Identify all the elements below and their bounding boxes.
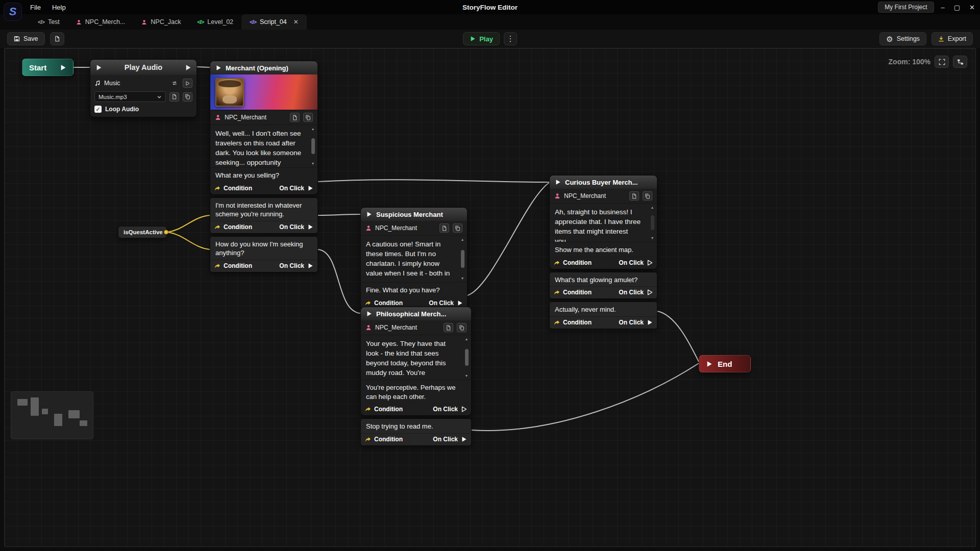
- duplicate-button[interactable]: [453, 223, 462, 233]
- scroll-down-icon[interactable]: ▼: [461, 277, 464, 280]
- tab-test[interactable]: </> Test: [30, 14, 68, 30]
- choice-block[interactable]: How do you know I'm seeking anything? Co…: [210, 236, 318, 272]
- scrollbar[interactable]: ▲ ▼: [310, 127, 316, 165]
- node-start[interactable]: Start: [22, 59, 74, 76]
- output-play-icon[interactable]: [647, 319, 653, 325]
- tab-close-icon[interactable]: ✕: [293, 18, 299, 26]
- node-title: End: [718, 360, 732, 368]
- scroll-thumb[interactable]: [461, 250, 464, 268]
- audio-file-select[interactable]: Music.mp3: [94, 91, 166, 102]
- node-philosophical-merchant[interactable]: Philosophical Merch... NPC_Merchant Your…: [360, 307, 472, 446]
- loop-audio-checkbox[interactable]: [94, 106, 102, 113]
- close-button[interactable]: ✕: [969, 4, 975, 11]
- output-play-outline-icon[interactable]: [461, 406, 467, 412]
- node-header[interactable]: Curious Buyer Merch...: [550, 176, 657, 189]
- variable-output-socket[interactable]: [164, 230, 168, 235]
- choice-condition-row[interactable]: Condition On Click: [361, 433, 471, 445]
- node-curious-buyer[interactable]: Curious Buyer Merch... NPC_Merchant Ah, …: [549, 175, 657, 329]
- choice-condition-row[interactable]: Condition On Click: [550, 286, 657, 298]
- document-button[interactable]: [50, 32, 64, 45]
- scrollbar[interactable]: ▲ ▼: [459, 238, 465, 280]
- choice-block[interactable]: Stop trying to read me. Condition On Cli…: [360, 418, 472, 446]
- output-play-outline-icon[interactable]: [647, 260, 653, 266]
- minimap[interactable]: [11, 391, 93, 439]
- condition-label: Condition: [374, 299, 403, 307]
- node-header[interactable]: Suspicious Merchant: [361, 208, 467, 221]
- node-suspicious-merchant[interactable]: Suspicious Merchant NPC_Merchant A cauti…: [360, 207, 468, 310]
- output-play-icon[interactable]: [457, 300, 463, 306]
- preview-play-button[interactable]: [183, 79, 192, 88]
- scroll-up-icon[interactable]: ▲: [311, 127, 315, 131]
- node-header[interactable]: Play Audio: [90, 60, 197, 75]
- dialogue-text-area[interactable]: Well, well... I don't often see traveler…: [210, 125, 317, 168]
- scroll-thumb[interactable]: [311, 138, 315, 155]
- export-button[interactable]: Export: [932, 32, 973, 45]
- scroll-thumb[interactable]: [651, 215, 654, 230]
- script-button[interactable]: [629, 191, 639, 201]
- choice-text: Actually, never mind.: [550, 302, 657, 316]
- node-header[interactable]: Merchant (Opening): [210, 61, 317, 74]
- duplicate-button[interactable]: [457, 323, 467, 332]
- tab-npc-merchant[interactable]: NPC_Merch...: [68, 14, 134, 30]
- output-play-icon[interactable]: [307, 185, 313, 191]
- minimize-button[interactable]: –: [941, 4, 945, 11]
- node-canvas[interactable]: Zoom: 100% Start Play Audio Music: [4, 48, 976, 547]
- play-output-icon[interactable]: [185, 64, 191, 71]
- choice-text: What are you selling?: [210, 168, 317, 182]
- node-quest-variable[interactable]: isQuestActive: [118, 226, 167, 238]
- dialogue-text-area[interactable]: Your eyes. They have that look - the kin…: [361, 335, 471, 380]
- file-browse-button[interactable]: [169, 92, 179, 102]
- scroll-up-icon[interactable]: ▲: [461, 238, 464, 241]
- scroll-down-icon[interactable]: ▼: [651, 236, 654, 240]
- choice-block[interactable]: What's that glowing amulet? Condition On…: [549, 272, 657, 299]
- output-play-outline-icon[interactable]: [647, 289, 653, 295]
- scroll-thumb[interactable]: [465, 349, 469, 366]
- node-end[interactable]: End: [699, 355, 751, 372]
- settings-button[interactable]: ⚙ Settings: [879, 32, 926, 45]
- node-merchant-opening[interactable]: Merchant (Opening) NPC_Merchant Well, we…: [210, 61, 318, 272]
- choice-condition-row[interactable]: Condition On Click: [210, 260, 317, 272]
- choice-condition-row[interactable]: Condition On Click: [550, 316, 657, 329]
- trigger-label: On Click: [433, 406, 458, 413]
- maximize-button[interactable]: ▢: [954, 4, 960, 11]
- duplicate-button[interactable]: [643, 191, 652, 201]
- project-name-button[interactable]: My First Project: [878, 2, 934, 13]
- scrollbar[interactable]: ▲ ▼: [463, 337, 470, 378]
- choice-condition-row[interactable]: Condition On Click: [210, 182, 317, 194]
- more-options-button[interactable]: ⋮: [504, 32, 517, 45]
- scrollbar[interactable]: ▲ ▼: [649, 206, 655, 240]
- node-header[interactable]: Philosophical Merch...: [361, 307, 471, 320]
- choice-condition-row[interactable]: Condition On Click: [210, 221, 317, 233]
- play-button[interactable]: Play: [463, 32, 500, 45]
- play-output-icon[interactable]: [60, 64, 66, 71]
- script-button[interactable]: [444, 323, 453, 332]
- output-play-icon[interactable]: [307, 224, 313, 230]
- script-button[interactable]: [439, 223, 449, 233]
- dialogue-text-area[interactable]: Ah, straight to business! I appreciate t…: [550, 204, 657, 242]
- scroll-down-icon[interactable]: ▼: [465, 374, 469, 378]
- file-copy-button[interactable]: [183, 92, 192, 102]
- tab-level-02[interactable]: </> Level_02: [189, 14, 241, 30]
- output-play-icon[interactable]: [461, 436, 467, 442]
- dialogue-text-area[interactable]: A cautious one! Smart in these times. Bu…: [361, 236, 467, 283]
- tab-npc-jack[interactable]: NPC_Jack: [133, 14, 189, 30]
- scroll-up-icon[interactable]: ▲: [465, 337, 469, 341]
- minimap-node: [42, 409, 48, 414]
- duplicate-button[interactable]: [303, 113, 313, 122]
- save-button[interactable]: Save: [7, 32, 45, 45]
- choice-condition-row[interactable]: Condition On Click: [550, 257, 657, 269]
- window-title: StoryFlow Editor: [0, 4, 980, 11]
- repeat-button[interactable]: [169, 79, 179, 88]
- node-play-audio[interactable]: Play Audio Music Music.mp3: [90, 59, 197, 117]
- choice-block[interactable]: I'm not interested in whatever scheme yo…: [210, 197, 318, 234]
- choice-condition-row[interactable]: Condition On Click: [361, 403, 471, 415]
- scroll-down-icon[interactable]: ▼: [311, 162, 315, 165]
- wire-philosophical-end: [472, 363, 699, 431]
- fit-view-button[interactable]: [935, 56, 949, 68]
- script-button[interactable]: [290, 113, 300, 122]
- scroll-up-icon[interactable]: ▲: [651, 206, 654, 209]
- tab-script-04[interactable]: </> Script_04 ✕: [241, 14, 307, 30]
- auto-layout-button[interactable]: [953, 56, 967, 68]
- output-play-icon[interactable]: [307, 263, 313, 269]
- choice-block[interactable]: Actually, never mind. Condition On Click: [549, 302, 657, 329]
